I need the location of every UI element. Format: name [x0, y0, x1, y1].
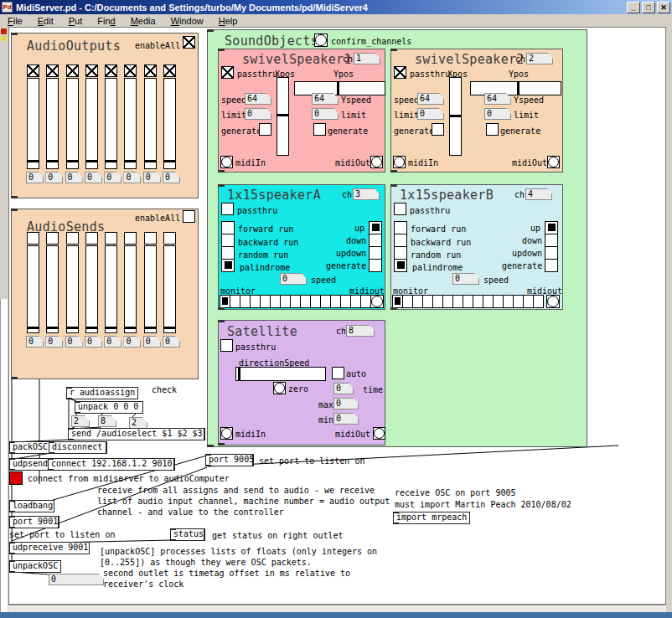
horizontal-scrollbar[interactable] — [8, 605, 666, 612]
menu-item-put[interactable]: Put — [61, 16, 90, 26]
channel-toggle[interactable] — [85, 64, 98, 77]
passthru-toggle[interactable] — [221, 203, 234, 215]
channel-toggle[interactable] — [124, 232, 137, 245]
channel-number[interactable]: 0 — [104, 336, 121, 348]
passthru-toggle[interactable] — [394, 66, 406, 79]
channel-number[interactable]: 0 — [123, 336, 141, 348]
limit-number-right[interactable]: 0 — [312, 108, 339, 120]
min-number[interactable]: 0 — [333, 413, 359, 425]
unpack-number-1[interactable]: 2 — [71, 415, 90, 427]
channel-slider[interactable] — [105, 245, 117, 333]
channel-number[interactable]: 3 — [353, 188, 380, 200]
yspeed-number[interactable]: 64 — [484, 93, 511, 105]
menu-item-media[interactable]: Media — [123, 16, 163, 26]
unpackosc-object[interactable]: unpackOSC — [9, 560, 61, 573]
channel-slider[interactable] — [144, 245, 157, 333]
channel-number[interactable]: 0 — [123, 172, 141, 183]
radio-cell[interactable] — [221, 234, 235, 247]
udpreceive-object[interactable]: udpreceive 9001 — [9, 542, 90, 554]
channel-toggle[interactable] — [66, 64, 79, 77]
confirm-channels-bang[interactable] — [314, 33, 328, 47]
channel-number[interactable]: 0 — [45, 172, 63, 183]
generate-toggle-left[interactable] — [259, 123, 271, 136]
channel-slider[interactable] — [124, 78, 137, 169]
channel-number[interactable]: 0 — [143, 336, 161, 348]
direction-radio[interactable] — [545, 221, 558, 272]
mode-radio[interactable] — [221, 221, 235, 272]
channel-slider[interactable] — [66, 245, 79, 333]
radio-cell[interactable] — [369, 246, 382, 260]
radio-cell[interactable] — [394, 234, 407, 247]
channel-slider[interactable] — [46, 78, 59, 169]
channel-number[interactable]: 1 — [354, 53, 380, 64]
time-number[interactable]: 0 — [333, 383, 354, 394]
channel-slider[interactable] — [46, 245, 59, 333]
patch-canvas[interactable]: AudioOutputs enableAll 00000000 AudioSen… — [8, 27, 666, 605]
xpos-slider[interactable] — [277, 77, 289, 156]
channel-toggle[interactable] — [27, 232, 39, 245]
speed-number[interactable]: 0 — [452, 273, 479, 285]
channel-slider[interactable] — [163, 78, 176, 169]
connect-message[interactable]: connect 192.168.1.2 9010 — [48, 458, 175, 471]
channel-number[interactable]: 2 — [526, 53, 553, 64]
passthru-toggle[interactable] — [394, 203, 406, 215]
title-bar[interactable]: Pd MidiServer.pd - C:/Documents and Sett… — [0, 0, 672, 14]
channel-number[interactable]: 0 — [85, 336, 102, 348]
unpack-number-2[interactable]: 8 — [98, 415, 116, 427]
radio-cell[interactable] — [221, 221, 235, 234]
radio-cell[interactable] — [545, 259, 558, 272]
midi-out-bang[interactable] — [370, 156, 383, 168]
channel-number[interactable]: 0 — [104, 172, 121, 183]
radio-cell[interactable] — [394, 259, 407, 272]
udpsend-object[interactable]: udpsend — [9, 458, 51, 471]
channel-number[interactable]: 0 — [85, 172, 102, 183]
channel-number[interactable]: 0 — [65, 172, 83, 183]
generate-toggle-left[interactable] — [432, 123, 444, 136]
channel-toggle[interactable] — [27, 64, 39, 77]
close-button[interactable]: ✕ — [657, 2, 670, 13]
channel-number[interactable]: 0 — [143, 172, 161, 183]
menu-item-help[interactable]: Help — [211, 16, 246, 26]
channel-number[interactable]: 0 — [45, 336, 63, 348]
minimize-button[interactable]: _ — [627, 2, 640, 13]
midiout-bang[interactable] — [546, 295, 560, 308]
channel-toggle[interactable] — [124, 64, 137, 77]
enable-all-toggle[interactable] — [183, 36, 195, 49]
mode-radio[interactable] — [394, 221, 407, 272]
channel-toggle[interactable] — [105, 64, 117, 77]
generate-toggle-right[interactable] — [486, 123, 499, 136]
channel-slider[interactable] — [163, 245, 176, 333]
channel-slider[interactable] — [124, 245, 137, 333]
channel-slider[interactable] — [85, 245, 98, 333]
speed-number[interactable]: 64 — [245, 93, 271, 105]
monitor-radio[interactable] — [392, 295, 544, 308]
max-number[interactable]: 0 — [333, 398, 359, 409]
midiout-bang[interactable] — [370, 295, 384, 308]
radio-cell[interactable] — [221, 246, 235, 260]
generate-toggle-right[interactable] — [313, 123, 326, 136]
speed-number[interactable]: 64 — [417, 93, 444, 105]
status-message[interactable]: status — [170, 528, 205, 541]
channel-number[interactable]: 0 — [26, 172, 44, 183]
speed-number[interactable]: 0 — [280, 273, 307, 285]
channel-slider[interactable] — [27, 78, 39, 169]
limit-number-left[interactable]: 0 — [245, 108, 271, 120]
radio-cell[interactable] — [533, 295, 544, 308]
channel-toggle[interactable] — [144, 64, 157, 77]
radio-cell[interactable] — [394, 221, 407, 234]
channel-number[interactable]: 0 — [163, 172, 180, 183]
channel-slider[interactable] — [27, 245, 39, 333]
xpos-slider[interactable] — [449, 77, 462, 156]
channel-toggle[interactable] — [46, 232, 59, 245]
midi-in-bang[interactable] — [220, 427, 233, 440]
channel-toggle[interactable] — [85, 232, 98, 245]
channel-number[interactable]: 4 — [525, 188, 552, 200]
radio-cell[interactable] — [369, 259, 382, 272]
maximize-button[interactable]: □ — [642, 2, 655, 13]
channel-toggle[interactable] — [46, 64, 59, 77]
ypos-slider[interactable] — [470, 81, 561, 95]
menu-item-find[interactable]: Find — [90, 16, 122, 26]
midi-out-bang[interactable] — [547, 156, 560, 168]
direction-speed-slider[interactable] — [235, 367, 326, 381]
radio-cell[interactable] — [545, 221, 558, 234]
